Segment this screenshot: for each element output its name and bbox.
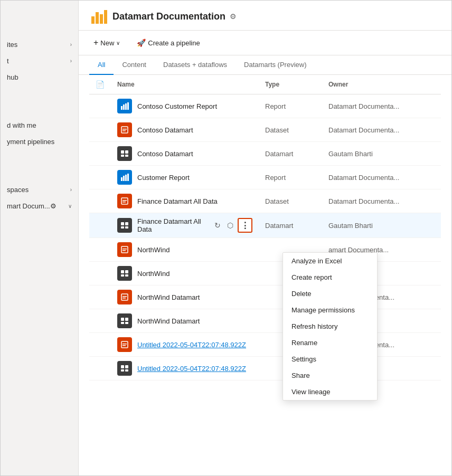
svg-rect-10 bbox=[123, 130, 126, 131]
table-row: Contoso Datamart Dataset Datamart Docume… bbox=[89, 118, 441, 142]
sidebar-item-recent[interactable]: t › bbox=[1, 53, 78, 69]
svg-rect-20 bbox=[123, 200, 127, 201]
content-table-container: 📄 Name Type Owner Con bbox=[79, 75, 451, 475]
svg-rect-4 bbox=[121, 106, 123, 110]
context-menu-item-analyze[interactable]: Analyze in Excel bbox=[283, 253, 377, 269]
svg-rect-5 bbox=[123, 104, 125, 110]
sidebar-item-shared[interactable]: d with me bbox=[1, 117, 78, 134]
tab-all[interactable]: All bbox=[89, 55, 114, 75]
tab-content[interactable]: Content bbox=[114, 55, 155, 75]
new-button[interactable]: + New ∨ bbox=[89, 36, 124, 50]
context-menu-item-delete[interactable]: Delete bbox=[283, 285, 377, 302]
logo-group: Datamart Documentation ⚙ bbox=[89, 7, 237, 26]
context-menu-item-refresh-history[interactable]: Refresh history bbox=[283, 318, 377, 335]
content-table: 📄 Name Type Owner Con bbox=[89, 75, 441, 380]
svg-rect-21 bbox=[123, 202, 126, 203]
create-pipeline-button[interactable]: 🚀 Create a pipeline bbox=[133, 36, 204, 49]
sidebar-item-pipelines[interactable]: yment pipelines bbox=[1, 134, 78, 150]
item-name: NorthWind bbox=[137, 270, 170, 278]
item-icon bbox=[117, 218, 132, 233]
svg-rect-32 bbox=[125, 274, 128, 277]
svg-rect-27 bbox=[123, 249, 127, 250]
item-name[interactable]: Untitled 2022-05-04T22:07:48.922Z bbox=[137, 341, 246, 349]
item-icon bbox=[117, 146, 132, 161]
item-name: NorthWind Datamart bbox=[137, 293, 200, 301]
context-menu-item-settings[interactable]: Settings bbox=[283, 351, 377, 367]
context-menu: Analyze in Excel Create report Delete Ma… bbox=[282, 252, 378, 401]
item-icon bbox=[117, 361, 132, 376]
svg-rect-13 bbox=[121, 155, 124, 157]
svg-rect-30 bbox=[125, 270, 128, 273]
item-icon bbox=[117, 313, 132, 328]
table-row-active: Finance Datamart All Data ↻ ⬡ ⋮ Datamart… bbox=[89, 213, 441, 238]
svg-rect-42 bbox=[123, 345, 126, 346]
item-icon bbox=[117, 170, 132, 185]
svg-rect-11 bbox=[121, 150, 124, 154]
table-row: NorthWind Datamart atamart Documenta... bbox=[89, 285, 441, 309]
svg-rect-15 bbox=[121, 177, 123, 181]
item-owner: Datamart Documenta... bbox=[328, 197, 399, 205]
svg-rect-29 bbox=[121, 270, 124, 273]
item-name: Contoso Datamart bbox=[137, 126, 193, 134]
context-menu-item-manage-permissions[interactable]: Manage permissions bbox=[283, 302, 377, 318]
svg-rect-17 bbox=[125, 175, 127, 181]
item-owner: Datamart Documenta... bbox=[328, 126, 399, 134]
sidebar-item-label: hub bbox=[7, 73, 18, 81]
svg-rect-0 bbox=[91, 16, 95, 24]
chevron-right-icon: › bbox=[70, 58, 72, 64]
refresh-icon[interactable]: ↻ bbox=[212, 220, 223, 231]
sidebar-item-hub[interactable]: hub bbox=[1, 69, 78, 85]
page-title: Datamart Documentation bbox=[112, 11, 225, 22]
share-icon[interactable]: ⬡ bbox=[225, 220, 236, 231]
row-actions: ↻ ⬡ ⋮ bbox=[212, 218, 252, 233]
svg-rect-35 bbox=[123, 298, 126, 299]
chevron-right-icon: › bbox=[70, 42, 72, 47]
item-icon bbox=[117, 242, 132, 257]
item-owner: Datamart Documenta... bbox=[328, 174, 399, 182]
page-header: Datamart Documentation ⚙ bbox=[79, 1, 451, 31]
item-icon bbox=[117, 337, 132, 352]
item-icon bbox=[117, 99, 132, 113]
main-content: Datamart Documentation ⚙ + New ∨ 🚀 Creat… bbox=[79, 1, 451, 475]
table-row: Customer Report Report Datamart Document… bbox=[89, 166, 441, 189]
item-owner: Datamart Documenta... bbox=[328, 102, 399, 110]
context-menu-item-rename[interactable]: Rename bbox=[283, 335, 377, 351]
context-menu-item-create-report[interactable]: Create report bbox=[283, 269, 377, 285]
sidebar-item-label: ites bbox=[7, 41, 17, 49]
sidebar-item-label: d with me bbox=[7, 121, 36, 129]
col-header-type: Type bbox=[259, 75, 322, 94]
context-menu-item-view-lineage[interactable]: View lineage bbox=[283, 384, 377, 400]
item-type: Report bbox=[265, 174, 286, 182]
svg-rect-46 bbox=[125, 369, 128, 372]
svg-rect-40 bbox=[121, 341, 128, 348]
item-icon bbox=[117, 266, 132, 281]
svg-rect-2 bbox=[100, 14, 103, 24]
item-type: Datamart bbox=[265, 150, 293, 158]
tab-datasets[interactable]: Datasets + dataflows bbox=[155, 55, 236, 75]
tab-datamarts[interactable]: Datamarts (Preview) bbox=[236, 55, 315, 75]
item-name: NorthWind bbox=[137, 246, 170, 254]
sidebar-item-spaces[interactable]: spaces › bbox=[1, 182, 78, 198]
sidebar: ites › t › hub d with me yment pipelines… bbox=[1, 1, 79, 475]
table-row: Contoso Customer Report Report Datamart … bbox=[89, 94, 441, 118]
sidebar-item-workspace[interactable]: mart Docum...⚙ ∨ bbox=[1, 198, 78, 214]
sidebar-item-favorites[interactable]: ites › bbox=[1, 36, 78, 53]
svg-rect-24 bbox=[121, 226, 124, 229]
item-name: Contoso Datamart bbox=[137, 150, 193, 158]
logo-icon bbox=[89, 7, 108, 26]
item-icon bbox=[117, 290, 132, 304]
item-name: Finance Datamart All Data bbox=[137, 197, 218, 205]
table-row: Untitled 2022-05-04T22:07:48.922Z autam … bbox=[89, 357, 441, 380]
svg-rect-7 bbox=[127, 102, 129, 110]
svg-rect-14 bbox=[125, 155, 128, 157]
chevron-right-icon: › bbox=[70, 187, 72, 193]
context-menu-item-share[interactable]: Share bbox=[283, 367, 377, 384]
svg-rect-43 bbox=[121, 365, 124, 368]
more-options-button[interactable]: ⋮ bbox=[238, 218, 252, 233]
svg-rect-39 bbox=[125, 322, 128, 324]
svg-rect-18 bbox=[127, 174, 129, 181]
item-name[interactable]: Untitled 2022-05-04T22:07:48.922Z bbox=[137, 365, 246, 373]
svg-rect-12 bbox=[125, 150, 128, 154]
chevron-down-icon: ∨ bbox=[116, 40, 120, 46]
settings-icon[interactable]: ⚙ bbox=[230, 12, 237, 21]
